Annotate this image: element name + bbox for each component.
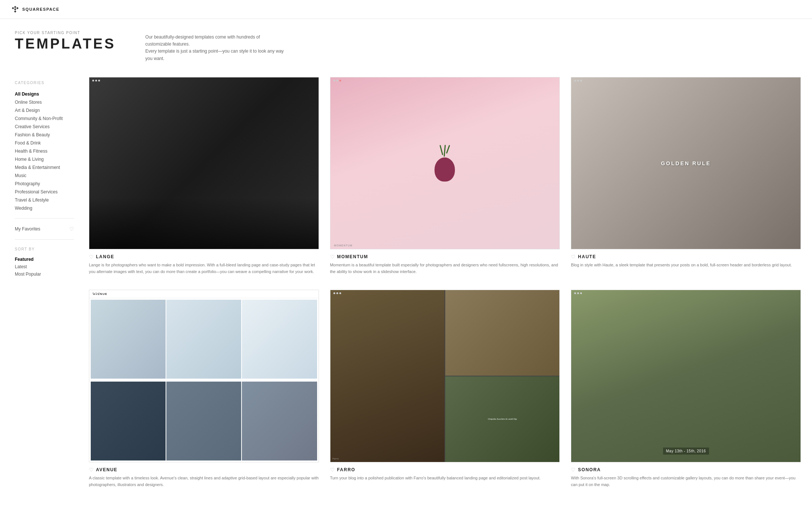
- logo-text: SQUARESPACE: [22, 7, 60, 11]
- window-dots-farro: [330, 290, 344, 296]
- lange-bg: [89, 77, 319, 249]
- window-dots-avenue: [89, 290, 103, 296]
- sonora-heart-icon[interactable]: ♡: [571, 467, 576, 473]
- dot-1: [574, 80, 576, 82]
- farro-heart-icon[interactable]: ♡: [330, 467, 335, 473]
- page-header: PICK YOUR STARTING POINT TEMPLATES Our b…: [0, 19, 812, 70]
- sidebar-item-health[interactable]: Health & Fitness: [15, 147, 74, 155]
- farro-main-image: Farro: [330, 290, 445, 462]
- sonora-bg: May 13th - 15th, 2016: [571, 290, 801, 462]
- dot-2: [95, 292, 97, 294]
- window-dots-sonora: [571, 290, 585, 296]
- template-preview-farro[interactable]: Farro Chipotle Zucchini & Lentil Dip: [330, 290, 560, 462]
- header-right: Our beautifully-designed templates come …: [145, 31, 286, 62]
- sort-featured[interactable]: Featured: [15, 256, 74, 263]
- dot-3: [98, 80, 100, 82]
- sidebar-item-photography[interactable]: Photography: [15, 180, 74, 188]
- sidebar: CATEGORIES All Designs Online Stores Art…: [0, 77, 81, 488]
- sidebar-divider: [15, 218, 74, 219]
- dot-1: [92, 292, 94, 294]
- farro-cell-text: Chipotle Zucchini & Lentil Dip: [488, 418, 517, 421]
- haute-header: ♡ HAUTE: [571, 254, 801, 260]
- dot-2: [336, 292, 338, 294]
- sidebar-item-community[interactable]: Community & Non-Profit: [15, 114, 74, 123]
- avenue-heart-icon[interactable]: ♡: [89, 467, 94, 473]
- dot-2: [577, 80, 579, 82]
- lange-header: ♡ LANGE: [89, 254, 319, 260]
- avenue-cell-1: [91, 300, 166, 379]
- momentum-header: ♡ MOMENTUM: [330, 254, 560, 260]
- sidebar-item-wedding[interactable]: Wedding: [15, 204, 74, 212]
- lange-heart-icon[interactable]: ♡: [89, 254, 94, 260]
- momentum-heart-icon[interactable]: ♡: [330, 254, 335, 260]
- favorites-heart-icon: ♡: [69, 226, 74, 232]
- sonora-name: SONORA: [578, 467, 601, 472]
- template-card-lange: ♡ LANGE Lange is for photographers who w…: [89, 77, 319, 275]
- dot-1: [333, 80, 335, 82]
- my-favorites-label: My Favorites: [15, 226, 40, 232]
- dot-3: [580, 292, 582, 294]
- template-preview-lange[interactable]: [89, 77, 319, 249]
- farro-top-right: [445, 290, 559, 376]
- top-bar: SQUARESPACE: [0, 0, 812, 19]
- avenue-cell-3: [242, 300, 317, 379]
- template-preview-sonora[interactable]: May 13th - 15th, 2016: [571, 290, 801, 462]
- lange-name: LANGE: [96, 254, 114, 259]
- header-description-1: Our beautifully-designed templates come …: [145, 34, 286, 48]
- momentum-name: MOMENTUM: [337, 254, 368, 259]
- template-card-farro: Farro Chipotle Zucchini & Lentil Dip ♡ F…: [330, 290, 560, 488]
- page-title: TEMPLATES: [15, 36, 116, 52]
- template-preview-haute[interactable]: GOLDEN RULE: [571, 77, 801, 250]
- lange-desc: Lange is for photographers who want to m…: [89, 262, 319, 275]
- logo-area[interactable]: SQUARESPACE: [11, 5, 60, 13]
- template-preview-momentum[interactable]: MOMENTUM: [330, 77, 560, 250]
- dot-1: [92, 80, 94, 82]
- page-subtitle: PICK YOUR STARTING POINT: [15, 31, 116, 35]
- haute-overlay-text: GOLDEN RULE: [661, 160, 711, 166]
- dot-1: [574, 292, 576, 294]
- sort-most-popular[interactable]: Most Popular: [15, 270, 74, 278]
- squarespace-logo-icon: [11, 5, 19, 13]
- sidebar-item-home[interactable]: Home & Living: [15, 155, 74, 163]
- farro-desc: Turn your blog into a polished publicati…: [330, 475, 560, 482]
- categories-label: CATEGORIES: [15, 81, 74, 85]
- sort-label: SORT BY: [15, 247, 74, 251]
- main-layout: CATEGORIES All Designs Online Stores Art…: [0, 70, 812, 503]
- dot-2: [95, 80, 97, 82]
- sidebar-item-media[interactable]: Media & Entertainment: [15, 163, 74, 172]
- sidebar-item-professional[interactable]: Professional Services: [15, 188, 74, 196]
- avenue-name: AVENUE: [96, 467, 117, 472]
- sonora-date-text: May 13th - 15th, 2016: [663, 448, 709, 455]
- sort-latest[interactable]: Latest: [15, 263, 74, 270]
- haute-bg: GOLDEN RULE: [571, 77, 801, 249]
- sidebar-item-music[interactable]: Music: [15, 172, 74, 180]
- dot-3: [98, 292, 100, 294]
- haute-heart-icon[interactable]: ♡: [571, 254, 576, 260]
- sidebar-item-creative-services[interactable]: Creative Services: [15, 123, 74, 131]
- templates-grid: ♡ LANGE Lange is for photographers who w…: [89, 77, 801, 488]
- window-dots: [89, 77, 103, 84]
- dot-3: [339, 292, 341, 294]
- header-left: PICK YOUR STARTING POINT TEMPLATES: [15, 31, 116, 52]
- avenue-grid-bottom: [89, 380, 319, 462]
- my-favorites[interactable]: My Favorites ♡: [15, 225, 74, 233]
- avenue-cell-2: [166, 300, 241, 379]
- avenue-header-bar: AVENUE: [89, 290, 319, 298]
- template-card-haute: GOLDEN RULE ♡ HAUTE Blog in style with H…: [571, 77, 801, 275]
- template-preview-avenue[interactable]: AVENUE: [89, 290, 319, 462]
- sidebar-item-food[interactable]: Food & Drink: [15, 139, 74, 147]
- content-area: ♡ LANGE Lange is for photographers who w…: [81, 77, 812, 488]
- sonora-header: ♡ SONORA: [571, 467, 801, 473]
- template-card-momentum: MOMENTUM ♡ MOMENTUM Momentum is a beauti…: [330, 77, 560, 275]
- momentum-bg: [330, 77, 560, 249]
- sidebar-item-travel[interactable]: Travel & Lifestyle: [15, 196, 74, 204]
- sidebar-item-online-stores[interactable]: Online Stores: [15, 98, 74, 106]
- sidebar-item-fashion[interactable]: Fashion & Beauty: [15, 131, 74, 139]
- sidebar-item-all-designs[interactable]: All Designs: [15, 90, 74, 98]
- avenue-grid-top: [89, 298, 319, 380]
- dot-2: [577, 292, 579, 294]
- template-card-avenue: AVENUE ♡ AVENUE A class: [89, 290, 319, 488]
- sidebar-divider-2: [15, 239, 74, 240]
- sidebar-item-art-design[interactable]: Art & Design: [15, 106, 74, 114]
- dot-3: [580, 80, 582, 82]
